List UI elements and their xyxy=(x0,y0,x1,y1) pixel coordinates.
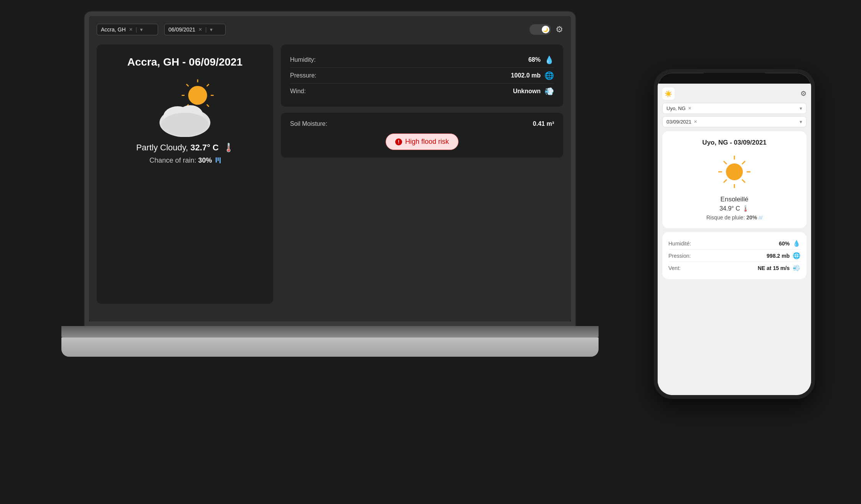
pressure-icon: 🌐 xyxy=(544,71,554,80)
phone-info-card: Humidité: 60% 💧 Pression: 998.2 mb 🌐 xyxy=(662,232,807,279)
phone-weather-icon xyxy=(715,153,754,191)
humidity-row: Humidity: 68% 💧 xyxy=(290,52,554,68)
flood-risk-badge: ! High flood risk xyxy=(386,133,459,150)
phone-humidity-label: Humidité: xyxy=(668,240,691,247)
flood-badge-wrapper: ! High flood risk xyxy=(290,133,554,150)
phone-wind-label: Vent: xyxy=(668,265,681,271)
phone-device: ☀️ ⚙ Uyo, NG ✕ ▾ 03/09/2021 ✕ ▾ Uyo, NG … xyxy=(654,69,815,399)
main-content: Accra, GH - 06/09/2021 xyxy=(97,44,563,304)
sunny-icon xyxy=(715,153,754,191)
right-panels: Humidity: 68% 💧 Pressure: 1002 xyxy=(281,44,563,304)
settings-gear-icon[interactable]: ⚙ xyxy=(556,25,563,35)
pressure-value: 1002.0 mb xyxy=(511,72,541,79)
weather-icon-area xyxy=(150,77,219,135)
soil-moisture-card: Soil Moisture: 0.41 m³ ! High flood risk xyxy=(281,113,563,158)
svg-point-13 xyxy=(726,163,743,180)
wind-value-group: Unknown 💨 xyxy=(513,87,554,96)
phone-pressure-label: Pression: xyxy=(668,253,691,259)
flood-dot-icon: ! xyxy=(395,138,402,145)
svg-line-20 xyxy=(742,161,745,164)
svg-point-12 xyxy=(161,113,208,136)
pressure-value-group: 1002.0 mb 🌐 xyxy=(511,71,554,80)
laptop-base xyxy=(61,338,599,357)
phone-pressure-value-group: 998.2 mb 🌐 xyxy=(767,252,800,259)
laptop-device: Accra, GH ✕ | ▾ 06/09/2021 ✕ | ▾ xyxy=(61,12,599,433)
pressure-row: Pressure: 1002.0 mb 🌐 xyxy=(290,68,554,84)
phone-notch xyxy=(704,73,765,84)
svg-line-7 xyxy=(207,104,209,107)
date-value: 06/09/2021 xyxy=(168,26,195,33)
wind-value: Unknown xyxy=(513,88,541,95)
phone-humidity-value: 60% xyxy=(779,240,790,247)
phone-date-chevron-icon[interactable]: ▾ xyxy=(800,119,802,125)
svg-point-0 xyxy=(188,86,207,105)
date-dropdown[interactable]: 06/09/2021 ✕ | ▾ xyxy=(164,24,226,35)
phone-pressure-row: Pression: 998.2 mb 🌐 xyxy=(668,250,800,262)
phone-city-date: Uyo, NG - 03/09/2021 xyxy=(702,139,766,147)
wind-icon: 💨 xyxy=(544,87,554,96)
pressure-label: Pressure: xyxy=(290,72,316,79)
phone-date-value: 03/09/2021 xyxy=(666,119,691,125)
phone-settings-icon[interactable]: ⚙ xyxy=(800,89,807,98)
phone-humidity-value-group: 60% 💧 xyxy=(779,240,800,247)
phone-toolbar: ☀️ ⚙ xyxy=(662,87,807,100)
weather-info-card: Humidity: 68% 💧 Pressure: 1002 xyxy=(281,44,563,107)
location-clear-btn[interactable]: ✕ xyxy=(129,27,133,32)
phone-weather-card: Uyo, NG - 03/09/2021 xyxy=(662,131,807,228)
toolbar-left: Accra, GH ✕ | ▾ 06/09/2021 ✕ | ▾ xyxy=(97,24,226,35)
weather-condition-text: Partly Cloudy, 32.7° C 🌡️ xyxy=(136,143,234,153)
toggle-thumb: 🌙 xyxy=(542,26,549,33)
phone-condition-text: Ensoleillé xyxy=(721,196,749,203)
humidity-icon: 💧 xyxy=(544,55,554,64)
rain-chance-text: Chance of rain: 30% xyxy=(149,156,220,165)
flood-risk-text: High flood risk xyxy=(405,138,449,146)
phone-humidity-icon: 💧 xyxy=(793,240,800,247)
dropdown-separator: | xyxy=(136,26,137,33)
date-chevron-icon[interactable]: ▾ xyxy=(210,26,213,33)
weather-card: Accra, GH - 06/09/2021 xyxy=(97,44,273,304)
phone-thermometer-icon: 🌡️ xyxy=(742,205,749,212)
soil-row: Soil Moisture: 0.41 m³ xyxy=(290,120,554,127)
humidity-value: 68% xyxy=(528,56,541,63)
chevron-down-icon[interactable]: ▾ xyxy=(140,26,143,33)
phone-theme-button[interactable]: ☀️ xyxy=(662,87,675,100)
laptop-toolbar: Accra, GH ✕ | ▾ 06/09/2021 ✕ | ▾ xyxy=(97,24,563,35)
city-date-heading: Accra, GH - 06/09/2021 xyxy=(127,56,242,68)
phone-humidity-row: Humidité: 60% 💧 xyxy=(668,237,800,250)
svg-line-5 xyxy=(207,84,209,86)
phone-location-chevron-icon[interactable]: ▾ xyxy=(800,105,802,111)
svg-line-21 xyxy=(724,180,727,183)
svg-line-19 xyxy=(742,180,745,183)
svg-line-8 xyxy=(186,84,189,86)
phone-rain-chance: Risque de pluie: 20% /// xyxy=(706,214,762,221)
phone-wind-icon: 💨 xyxy=(793,264,800,272)
phone-pressure-icon: 🌐 xyxy=(793,252,800,259)
soil-value: 0.41 m³ xyxy=(533,120,554,127)
phone-location-clear-btn[interactable]: ✕ xyxy=(688,106,691,111)
phone-date-clear-btn[interactable]: ✕ xyxy=(694,119,697,124)
laptop-app: Accra, GH ✕ | ▾ 06/09/2021 ✕ | ▾ xyxy=(89,16,571,321)
phone-location-dropdown[interactable]: Uyo, NG ✕ ▾ xyxy=(662,103,807,114)
location-value: Accra, GH xyxy=(101,26,126,33)
phone-screen: ☀️ ⚙ Uyo, NG ✕ ▾ 03/09/2021 ✕ ▾ Uyo, NG … xyxy=(658,84,811,395)
date-clear-btn[interactable]: ✕ xyxy=(198,27,202,32)
humidity-label: Humidity: xyxy=(290,56,316,63)
dark-mode-toggle[interactable]: 🌙 xyxy=(529,24,551,35)
humidity-value-group: 68% 💧 xyxy=(528,55,554,64)
phone-wind-value-group: NE at 15 m/s 💨 xyxy=(758,264,800,272)
laptop-screen: Accra, GH ✕ | ▾ 06/09/2021 ✕ | ▾ xyxy=(89,16,571,321)
phone-wind-row: Vent: NE at 15 m/s 💨 xyxy=(668,262,800,274)
phone-app: ☀️ ⚙ Uyo, NG ✕ ▾ 03/09/2021 ✕ ▾ Uyo, NG … xyxy=(658,84,811,395)
phone-location-value: Uyo, NG xyxy=(666,105,686,111)
phone-pressure-value: 998.2 mb xyxy=(767,253,790,259)
laptop-hinge xyxy=(61,326,599,338)
date-separator: | xyxy=(205,26,207,33)
location-dropdown[interactable]: Accra, GH ✕ | ▾ xyxy=(97,24,158,35)
toolbar-right: 🌙 ⚙ xyxy=(529,24,563,35)
svg-line-18 xyxy=(724,161,727,164)
phone-temperature: 34.9° C 🌡️ xyxy=(719,205,749,212)
phone-wind-value: NE at 15 m/s xyxy=(758,265,790,271)
phone-date-dropdown[interactable]: 03/09/2021 ✕ ▾ xyxy=(662,116,807,127)
soil-label: Soil Moisture: xyxy=(290,120,327,127)
wind-row: Wind: Unknown 💨 xyxy=(290,84,554,99)
